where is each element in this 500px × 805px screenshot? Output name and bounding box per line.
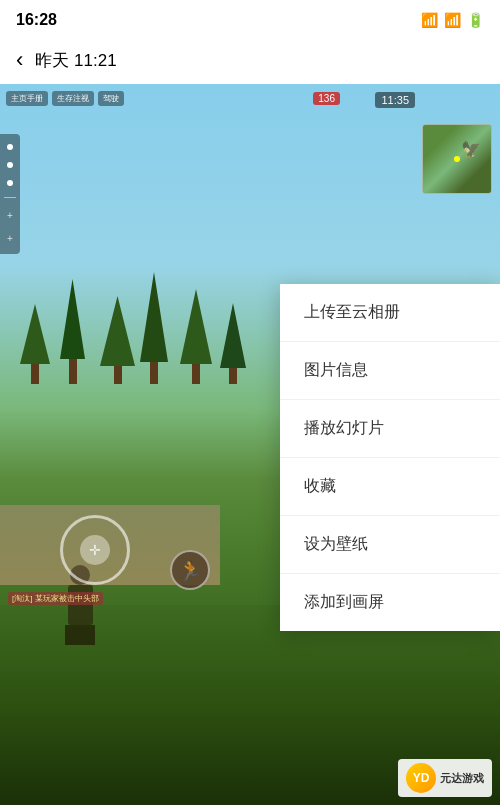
signal-icon: 📶 xyxy=(444,12,461,28)
nav-title: 昨天 11:21 xyxy=(35,49,116,72)
status-icons: 📶 📶 🔋 xyxy=(421,12,484,28)
joystick-center: ✛ xyxy=(80,535,110,565)
game-joystick[interactable]: ✛ xyxy=(60,515,130,585)
wifi-icon: 📶 xyxy=(421,12,438,28)
player-count-badge: 136 xyxy=(313,92,340,105)
game-ui-left-bar: + + xyxy=(0,134,20,254)
battery-icon: 🔋 xyxy=(467,12,484,28)
menu-item-upload-cloud[interactable]: 上传至云相册 xyxy=(280,284,500,342)
game-btn-drive: 驾驶 xyxy=(98,91,124,106)
joystick-arrows: ✛ xyxy=(89,542,101,558)
watermark-text: 元达游戏 xyxy=(440,771,484,786)
game-timer: 11:35 xyxy=(375,92,415,108)
game-status-text: [淘汰] 某玩家被击中头部 xyxy=(8,592,103,605)
status-bar: 16:28 📶 📶 🔋 xyxy=(0,0,500,36)
map-player-dot xyxy=(454,156,460,162)
left-bar-dot-1 xyxy=(7,144,13,150)
watermark-logo: YD xyxy=(406,763,436,793)
game-btn-survival: 生存注视 xyxy=(52,91,94,106)
status-time: 16:28 xyxy=(16,11,57,29)
menu-item-slideshow[interactable]: 播放幻灯片 xyxy=(280,400,500,458)
watermark: YD 元达游戏 xyxy=(398,759,492,797)
nav-bar: ‹ 昨天 11:21 xyxy=(0,36,500,84)
left-bar-dot-3 xyxy=(7,180,13,186)
menu-item-favorite[interactable]: 收藏 xyxy=(280,458,500,516)
game-minimap: 🦅 xyxy=(422,124,492,194)
back-button[interactable]: ‹ xyxy=(16,47,23,73)
menu-item-photo-info[interactable]: 图片信息 xyxy=(280,342,500,400)
game-btn-handbook: 主页手册 xyxy=(6,91,48,106)
left-bar-dot-2 xyxy=(7,162,13,168)
game-player-avatar: 🏃 xyxy=(170,550,210,590)
context-menu: 上传至云相册 图片信息 播放幻灯片 收藏 设为壁纸 添加到画屏 xyxy=(280,284,500,631)
game-top-bar: 主页手册 生存注视 驾驶 xyxy=(0,84,500,112)
main-content: 主页手册 生存注视 驾驶 136 11:35 + + xyxy=(0,84,500,805)
menu-item-set-wallpaper[interactable]: 设为壁纸 xyxy=(280,516,500,574)
menu-item-add-to-screen[interactable]: 添加到画屏 xyxy=(280,574,500,631)
